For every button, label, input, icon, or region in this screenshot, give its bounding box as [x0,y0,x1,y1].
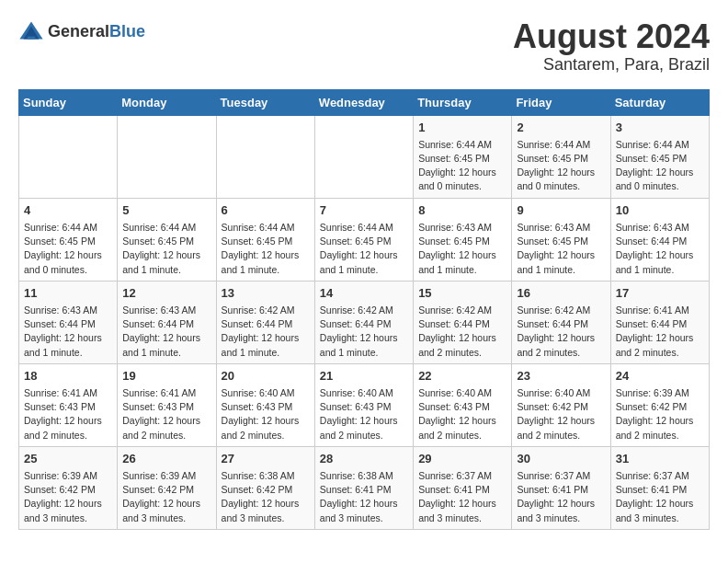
calendar-cell: 4Sunrise: 6:44 AM Sunset: 6:45 PM Daylig… [19,198,118,281]
cell-info: Sunrise: 6:44 AM Sunset: 6:45 PM Dayligh… [122,221,210,277]
logo-general: General [48,22,109,40]
logo-text: GeneralBlue [48,22,145,41]
cell-info: Sunrise: 6:44 AM Sunset: 6:45 PM Dayligh… [24,221,112,277]
cell-info: Sunrise: 6:44 AM Sunset: 6:45 PM Dayligh… [222,221,310,277]
calendar-cell: 25Sunrise: 6:39 AM Sunset: 6:42 PM Dayli… [19,446,118,529]
cell-info: Sunrise: 6:44 AM Sunset: 6:45 PM Dayligh… [616,138,704,194]
cell-info: Sunrise: 6:44 AM Sunset: 6:45 PM Dayligh… [320,221,408,277]
calendar-cell: 15Sunrise: 6:42 AM Sunset: 6:44 PM Dayli… [414,281,512,363]
calendar-week-3: 11Sunrise: 6:43 AM Sunset: 6:44 PM Dayli… [19,281,710,363]
cell-info: Sunrise: 6:42 AM Sunset: 6:44 PM Dayligh… [320,304,408,360]
cell-info: Sunrise: 6:37 AM Sunset: 6:41 PM Dayligh… [517,469,605,525]
day-number: 27 [222,451,310,467]
calendar-week-1: 1Sunrise: 6:44 AM Sunset: 6:45 PM Daylig… [19,115,710,198]
cell-info: Sunrise: 6:37 AM Sunset: 6:41 PM Dayligh… [418,469,506,525]
calendar-cell: 17Sunrise: 6:41 AM Sunset: 6:44 PM Dayli… [610,281,709,363]
calendar-header-sunday: Sunday [19,89,118,115]
calendar-cell: 18Sunrise: 6:41 AM Sunset: 6:43 PM Dayli… [19,363,118,446]
cell-info: Sunrise: 6:40 AM Sunset: 6:43 PM Dayligh… [320,386,408,442]
calendar-cell [216,115,314,198]
calendar-week-2: 4Sunrise: 6:44 AM Sunset: 6:45 PM Daylig… [19,198,710,281]
calendar-header-friday: Friday [512,89,610,115]
calendar-cell: 20Sunrise: 6:40 AM Sunset: 6:43 PM Dayli… [216,363,314,446]
day-number: 24 [616,368,704,385]
day-number: 23 [517,368,605,385]
cell-info: Sunrise: 6:43 AM Sunset: 6:44 PM Dayligh… [24,304,112,360]
calendar-cell: 26Sunrise: 6:39 AM Sunset: 6:42 PM Dayli… [118,446,216,529]
calendar-cell: 27Sunrise: 6:38 AM Sunset: 6:42 PM Dayli… [216,446,314,529]
cell-info: Sunrise: 6:44 AM Sunset: 6:45 PM Dayligh… [517,138,605,194]
cell-info: Sunrise: 6:42 AM Sunset: 6:44 PM Dayligh… [517,304,605,360]
calendar-cell: 1Sunrise: 6:44 AM Sunset: 6:45 PM Daylig… [414,115,512,198]
calendar-cell [118,115,216,198]
cell-info: Sunrise: 6:41 AM Sunset: 6:43 PM Dayligh… [24,386,112,442]
calendar-header-monday: Monday [118,89,216,115]
cell-info: Sunrise: 6:44 AM Sunset: 6:45 PM Dayligh… [418,138,506,194]
day-number: 10 [616,202,704,219]
cell-info: Sunrise: 6:43 AM Sunset: 6:44 PM Dayligh… [122,304,210,360]
logo-blue: Blue [109,22,145,40]
calendar-cell: 31Sunrise: 6:37 AM Sunset: 6:41 PM Dayli… [610,446,709,529]
cell-info: Sunrise: 6:40 AM Sunset: 6:43 PM Dayligh… [222,386,310,442]
page-header: GeneralBlue August 2024 Santarem, Para, … [18,18,710,75]
day-number: 14 [320,285,408,302]
cell-info: Sunrise: 6:41 AM Sunset: 6:43 PM Dayligh… [122,386,210,442]
day-number: 5 [122,202,210,219]
month-year-title: August 2024 [513,18,710,55]
calendar-cell: 13Sunrise: 6:42 AM Sunset: 6:44 PM Dayli… [216,281,314,363]
calendar-cell: 9Sunrise: 6:43 AM Sunset: 6:45 PM Daylig… [512,198,610,281]
day-number: 22 [418,368,506,385]
day-number: 8 [418,202,506,219]
calendar-cell: 28Sunrise: 6:38 AM Sunset: 6:41 PM Dayli… [314,446,413,529]
calendar-cell: 11Sunrise: 6:43 AM Sunset: 6:44 PM Dayli… [19,281,118,363]
day-number: 18 [24,368,112,385]
calendar-cell: 22Sunrise: 6:40 AM Sunset: 6:43 PM Dayli… [414,363,512,446]
calendar-cell: 14Sunrise: 6:42 AM Sunset: 6:44 PM Dayli… [314,281,413,363]
day-number: 13 [222,285,310,302]
day-number: 3 [616,120,704,136]
calendar-week-4: 18Sunrise: 6:41 AM Sunset: 6:43 PM Dayli… [19,363,710,446]
calendar-header-tuesday: Tuesday [216,89,314,115]
cell-info: Sunrise: 6:43 AM Sunset: 6:45 PM Dayligh… [517,221,605,277]
calendar-cell: 3Sunrise: 6:44 AM Sunset: 6:45 PM Daylig… [610,115,709,198]
cell-info: Sunrise: 6:38 AM Sunset: 6:41 PM Dayligh… [320,469,408,525]
cell-info: Sunrise: 6:43 AM Sunset: 6:44 PM Dayligh… [616,221,704,277]
day-number: 9 [517,202,605,219]
calendar-table: SundayMondayTuesdayWednesdayThursdayFrid… [18,89,710,530]
calendar-header-thursday: Thursday [414,89,512,115]
logo-icon [18,18,44,44]
calendar-cell: 30Sunrise: 6:37 AM Sunset: 6:41 PM Dayli… [512,446,610,529]
day-number: 28 [320,451,408,467]
day-number: 21 [320,368,408,385]
calendar-cell: 12Sunrise: 6:43 AM Sunset: 6:44 PM Dayli… [118,281,216,363]
calendar-cell: 6Sunrise: 6:44 AM Sunset: 6:45 PM Daylig… [216,198,314,281]
day-number: 12 [122,285,210,302]
day-number: 6 [222,202,310,219]
day-number: 29 [418,451,506,467]
calendar-week-5: 25Sunrise: 6:39 AM Sunset: 6:42 PM Dayli… [19,446,710,529]
day-number: 16 [517,285,605,302]
calendar-cell: 8Sunrise: 6:43 AM Sunset: 6:45 PM Daylig… [414,198,512,281]
day-number: 15 [418,285,506,302]
calendar-cell: 2Sunrise: 6:44 AM Sunset: 6:45 PM Daylig… [512,115,610,198]
calendar-cell: 29Sunrise: 6:37 AM Sunset: 6:41 PM Dayli… [414,446,512,529]
day-number: 11 [24,285,112,302]
cell-info: Sunrise: 6:40 AM Sunset: 6:43 PM Dayligh… [418,386,506,442]
day-number: 20 [222,368,310,385]
day-number: 7 [320,202,408,219]
day-number: 19 [122,368,210,385]
calendar-header-saturday: Saturday [610,89,709,115]
calendar-cell: 16Sunrise: 6:42 AM Sunset: 6:44 PM Dayli… [512,281,610,363]
calendar-cell: 10Sunrise: 6:43 AM Sunset: 6:44 PM Dayli… [610,198,709,281]
day-number: 4 [24,202,112,219]
day-number: 1 [418,120,506,136]
cell-info: Sunrise: 6:43 AM Sunset: 6:45 PM Dayligh… [418,221,506,277]
cell-info: Sunrise: 6:41 AM Sunset: 6:44 PM Dayligh… [616,304,704,360]
day-number: 31 [616,451,704,467]
cell-info: Sunrise: 6:37 AM Sunset: 6:41 PM Dayligh… [616,469,704,525]
calendar-cell [19,115,118,198]
cell-info: Sunrise: 6:39 AM Sunset: 6:42 PM Dayligh… [24,469,112,525]
calendar-header-row: SundayMondayTuesdayWednesdayThursdayFrid… [19,89,710,115]
calendar-cell: 23Sunrise: 6:40 AM Sunset: 6:42 PM Dayli… [512,363,610,446]
calendar-header-wednesday: Wednesday [314,89,413,115]
